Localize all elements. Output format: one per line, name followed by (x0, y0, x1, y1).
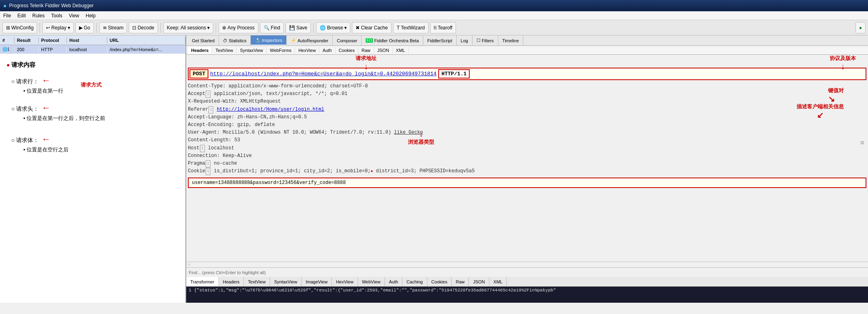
save-icon: 💾 (289, 25, 295, 31)
winconfig-button[interactable]: ⊞ WinConfig (2, 22, 37, 33)
app-icon: ● (3, 2, 6, 9)
bottom-tab-xml[interactable]: XML (489, 277, 507, 286)
tab-statistics[interactable]: ⏱ Statistics (219, 35, 251, 45)
bracket-btn-host[interactable]: : (200, 145, 205, 152)
sub-tab-json[interactable]: JSON (374, 47, 393, 54)
browse-dropdown-icon: ▾ (344, 25, 347, 31)
sub-tab-hexview[interactable]: HexView (295, 47, 319, 54)
col-header-num: # (0, 37, 15, 43)
toolbar-sep-3 (160, 23, 161, 33)
tab-log[interactable]: Log (457, 35, 473, 45)
bottom-tab-headers[interactable]: Headers (219, 277, 244, 286)
menu-tools[interactable]: Tools (51, 13, 62, 19)
inspectors-icon: 🔬 (255, 37, 260, 43)
bracket-btn-cookie[interactable]: : (206, 168, 210, 175)
http-method: POST (189, 69, 208, 78)
request-body: username=13488888888&password=123456&ver… (188, 178, 866, 188)
menu-view[interactable]: View (69, 13, 79, 19)
col-header-url: URL (107, 37, 185, 43)
bottom-tabs: Transformer Headers TextView SyntaxView … (186, 277, 868, 287)
outline-request-body-label: ○ 请求体： ← (11, 134, 179, 145)
resize-handle[interactable]: ⊡ (861, 139, 864, 146)
tab-inspectors[interactable]: 🔬 Inspectors (251, 35, 287, 45)
bottom-tab-cookies[interactable]: Cookies (427, 277, 452, 286)
sub-tab-syntaxview[interactable]: SyntaxView (237, 47, 266, 54)
bottom-tab-hexview[interactable]: HexView (332, 277, 358, 286)
sub-tab-cookies[interactable]: Cookies (335, 47, 358, 54)
table-row[interactable]: 🌐1 200 HTTP localhost /index.php?m=Home&… (0, 45, 185, 54)
find-button[interactable]: 🔍 Find (260, 22, 284, 33)
col-header-protocol: Protocol (39, 37, 67, 43)
bracket-btn-referer[interactable]: : (208, 106, 213, 114)
request-content: 请求地址 ↓ 协议及版本 ↓ POST http://localhost/ind… (186, 55, 868, 262)
sub-tab-xml[interactable]: XML (393, 47, 409, 54)
menu-rules[interactable]: Rules (32, 13, 45, 19)
tab-filters[interactable]: ☐ Filters (473, 35, 498, 45)
annotation-client-info: 描述客户端相关信息 ↙ (797, 103, 844, 120)
autoresponder-icon: ⚡ (291, 38, 296, 43)
bottom-tab-caching[interactable]: Caching (402, 277, 427, 286)
sub-tab-raw[interactable]: Raw (358, 47, 374, 54)
toolbar-sep-4 (216, 23, 216, 33)
horizontal-scrollbar[interactable]: < (186, 262, 868, 267)
any-process-button[interactable]: ⊕ Any Process (219, 22, 258, 33)
decode-button[interactable]: ⊡ Decode (129, 22, 158, 33)
bottom-tab-raw[interactable]: Raw (452, 277, 469, 286)
tearoff-icon: ⎘ (434, 25, 437, 31)
bottom-tab-imageview[interactable]: ImageView (302, 277, 332, 286)
bottom-tab-syntaxview[interactable]: SyntaxView (270, 277, 302, 286)
replay-icon: ↩ (46, 25, 50, 31)
sub-tab-headers[interactable]: Headers (188, 47, 212, 54)
menu-help[interactable]: Help (86, 13, 96, 19)
tab-fiddlerscript[interactable]: FiddlerScript (423, 35, 457, 45)
bottom-tab-auth[interactable]: Auth (385, 277, 403, 286)
main-layout: # Result Protocol Host URL 🌐1 200 HTTP l… (0, 35, 868, 303)
session-num: 🌐1 (0, 46, 15, 52)
find-icon: 🔍 (264, 25, 270, 31)
browse-icon: 🌐 (320, 25, 326, 31)
decode-icon: ⊡ (132, 25, 136, 31)
menu-bar: File Edit Rules Tools View Help (0, 11, 868, 20)
bottom-tab-webview[interactable]: WebView (358, 277, 385, 286)
bracket-btn-accept[interactable]: : (206, 91, 210, 98)
replay-dropdown-icon: ▾ (68, 25, 70, 31)
bottom-content: 1 {"status":1,"msg":"\u767b\u9646\u6210\… (186, 287, 868, 303)
menu-file[interactable]: File (3, 13, 11, 19)
tab-get-started[interactable]: Get Started (188, 35, 219, 45)
clear-cache-icon: ✖ (356, 25, 360, 31)
title-bar: ● Progress Telerik Fiddler Web Debugger (0, 0, 868, 11)
menu-edit[interactable]: Edit (17, 13, 26, 19)
clear-cache-button[interactable]: ✖ Clear Cache (352, 22, 391, 33)
right-panel: Get Started ⏱ Statistics 🔬 Inspectors ⚡ … (186, 35, 868, 303)
bottom-tab-textview[interactable]: TextView (244, 277, 270, 286)
sub-tab-textview[interactable]: TextView (212, 47, 237, 54)
winconfig-icon: ⊞ (6, 25, 10, 31)
col-header-host: Host (67, 37, 107, 43)
stream-button[interactable]: ≋ Stream (99, 22, 127, 33)
tab-autoresponder[interactable]: ⚡ AutoResponder (287, 35, 333, 45)
keep-dropdown-icon: ▾ (207, 25, 210, 31)
online-button[interactable]: ● (856, 22, 866, 33)
save-button[interactable]: 💾 Save (285, 22, 311, 33)
bracket-btn-pragma[interactable]: : (206, 160, 210, 167)
bottom-tab-transformer[interactable]: Transformer (186, 277, 219, 286)
toolbar: ⊞ WinConfig ↩ Replay ▾ ▶ Go ≋ Stream ⊡ D… (0, 20, 868, 35)
sub-tab-webforms[interactable]: WebForms (267, 47, 296, 54)
tab-fiddler-orchestra[interactable]: FO Fiddler Orchestra Beta (362, 35, 423, 45)
tab-timeline[interactable]: Timeline (498, 35, 523, 45)
sub-tab-auth[interactable]: Auth (319, 47, 335, 54)
annotation-request-method: 请求方式 (81, 81, 102, 89)
request-headers: Content-Type: application/x-www-form-url… (188, 83, 866, 175)
keep-button[interactable]: Keep: All sessions ▾ (163, 22, 213, 33)
textwizard-button[interactable]: T TextWizard (393, 22, 429, 33)
tabs-row: Get Started ⏱ Statistics 🔬 Inspectors ⚡ … (186, 35, 868, 46)
go-button[interactable]: ▶ Go (75, 22, 94, 33)
http-version: HTTP/1.1 (438, 69, 470, 78)
tearoff-button[interactable]: ⎘ Tearoff (430, 22, 456, 33)
outline-request-header-label: ○ 请求头： ← (11, 103, 179, 113)
annotation-request-url: 请求地址 ↓ (356, 55, 377, 71)
replay-button[interactable]: ↩ Replay ▾ (42, 22, 73, 33)
browse-button[interactable]: 🌐 Browse ▾ (316, 22, 350, 33)
tab-composer[interactable]: Composer (333, 35, 362, 45)
bottom-tab-json[interactable]: JSON (469, 277, 489, 286)
